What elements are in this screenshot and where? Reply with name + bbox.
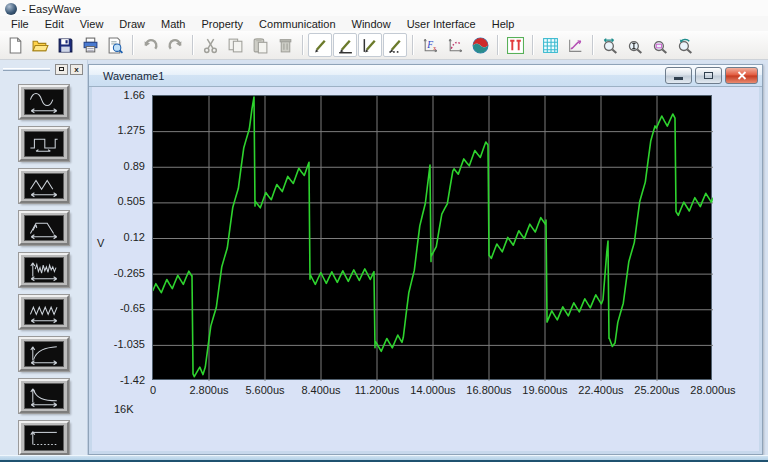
zoom-window-button[interactable] — [648, 33, 672, 57]
x-tick-label: 19.600us — [517, 384, 573, 396]
wave-template-noise-button[interactable] — [19, 253, 69, 287]
waveform-window-title-bar[interactable]: Wavename1 — [89, 65, 762, 87]
menu-user-interface[interactable]: User Interface — [399, 17, 484, 31]
y-axis-unit: V — [97, 237, 104, 249]
grid-lines — [153, 96, 713, 381]
interpolation-icon — [567, 37, 584, 54]
wave-template-exp-fall-button[interactable] — [19, 379, 69, 413]
print-button[interactable] — [78, 33, 102, 57]
zoom-undo-button[interactable] — [673, 33, 697, 57]
save-file-button[interactable] — [53, 33, 77, 57]
wave-template-sine-button[interactable] — [19, 85, 69, 119]
waveform-plot[interactable] — [152, 95, 712, 380]
wave-template-zigzag-button[interactable] — [19, 295, 69, 329]
delete-icon — [277, 37, 294, 54]
cut-icon — [202, 37, 219, 54]
easywave-logo-icon — [5, 3, 17, 15]
palette-gripper[interactable] — [3, 68, 50, 71]
waveform-window-title: Wavename1 — [103, 70, 662, 82]
mdi-area: Wavename1 1.661.2750.890.5050.12-0.265-0… — [88, 60, 768, 455]
wave-template-dc-button[interactable] — [19, 421, 69, 455]
wave-template-triangle-button[interactable] — [19, 169, 69, 203]
wave-template-trapezoid-button[interactable] — [19, 211, 69, 245]
app-title: - EasyWave — [22, 3, 81, 15]
open-file-button[interactable] — [28, 33, 52, 57]
close-icon — [737, 71, 747, 80]
exp-rise-wave-icon — [24, 341, 64, 367]
draw-points-button[interactable] — [383, 33, 407, 57]
menu-draw[interactable]: Draw — [111, 17, 153, 31]
menu-math[interactable]: Math — [153, 17, 193, 31]
exp-fall-wave-icon — [24, 383, 64, 409]
draw-horizontal-button[interactable] — [333, 33, 357, 57]
wave-template-square-button[interactable] — [19, 127, 69, 161]
maximize-icon — [704, 72, 713, 79]
close-button[interactable] — [725, 67, 758, 84]
print-icon — [82, 37, 99, 54]
equation-editor-button[interactable]: Fx — [418, 33, 442, 57]
menu-file[interactable]: File — [3, 17, 37, 31]
show-grid-button[interactable] — [538, 33, 562, 57]
pen-horizontal-icon — [337, 37, 354, 54]
y-tick-label: 0.89 — [124, 160, 145, 172]
markers-button[interactable] — [503, 33, 527, 57]
zoom-rect-icon — [652, 37, 669, 54]
minimize-button[interactable] — [665, 67, 692, 84]
y-tick-label: -1.035 — [114, 338, 145, 350]
menu-help[interactable]: Help — [484, 17, 523, 31]
maximize-button[interactable] — [695, 67, 722, 84]
toolbar-separator — [592, 35, 593, 55]
x-tick-label: 16.800us — [461, 384, 517, 396]
copy-button — [223, 33, 247, 57]
paste-button — [248, 33, 272, 57]
palette-restore-button[interactable] — [55, 64, 68, 75]
zoom-horizontal-button[interactable] — [598, 33, 622, 57]
equation-icon: Fx — [422, 37, 439, 54]
sine-wave-icon — [24, 89, 64, 115]
triangle-wave-icon — [24, 173, 64, 199]
new-file-button[interactable] — [3, 33, 27, 57]
wave-template-buttons — [0, 76, 87, 455]
x-tick-label: 22.400us — [573, 384, 629, 396]
paste-icon — [252, 37, 269, 54]
copy-icon — [227, 37, 244, 54]
svg-text:x: x — [433, 45, 436, 51]
print-preview-button[interactable] — [103, 33, 127, 57]
coordinate-editor-button[interactable] — [443, 33, 467, 57]
zoom-v-icon — [627, 37, 644, 54]
wave-palette-header: x — [0, 60, 87, 76]
wave-palette: x — [0, 60, 88, 455]
main-area: x Wavename1 1.661.2750.890.5050.12-0.265… — [0, 60, 768, 455]
square-wave-icon — [24, 131, 64, 157]
wave-template-exp-rise-button[interactable] — [19, 337, 69, 371]
zigzag-wave-icon — [24, 299, 64, 325]
menu-view[interactable]: View — [72, 17, 112, 31]
x-tick-label: 28.000us — [685, 384, 741, 396]
interpolation-button[interactable] — [563, 33, 587, 57]
zoom-reset-icon — [677, 37, 694, 54]
x-tick-label: 5.600us — [237, 384, 293, 396]
toolbar-separator — [532, 35, 533, 55]
open-icon — [32, 37, 49, 54]
y-tick-label: 0.505 — [117, 195, 145, 207]
pen-vertical-icon — [362, 37, 379, 54]
grid-icon — [542, 37, 559, 54]
easywave-logo-button[interactable] — [468, 33, 492, 57]
y-tick-label: 1.66 — [124, 89, 145, 101]
toolbar-separator — [132, 35, 133, 55]
draw-vertical-button[interactable] — [358, 33, 382, 57]
menu-window[interactable]: Window — [344, 17, 399, 31]
zoom-vertical-button[interactable] — [623, 33, 647, 57]
x-tick-label: 8.400us — [293, 384, 349, 396]
palette-close-button[interactable]: x — [70, 64, 83, 75]
menu-edit[interactable]: Edit — [37, 17, 72, 31]
menu-property[interactable]: Property — [194, 17, 252, 31]
y-tick-label: -0.65 — [120, 302, 145, 314]
toolbar-separator — [192, 35, 193, 55]
x-axis-labels: 02.800us5.600us8.400us11.200us14.000us16… — [152, 384, 759, 397]
draw-line-button[interactable] — [308, 33, 332, 57]
x-tick-label: 25.200us — [629, 384, 685, 396]
menu-communication[interactable]: Communication — [251, 17, 343, 31]
save-icon — [57, 37, 74, 54]
cut-button — [198, 33, 222, 57]
